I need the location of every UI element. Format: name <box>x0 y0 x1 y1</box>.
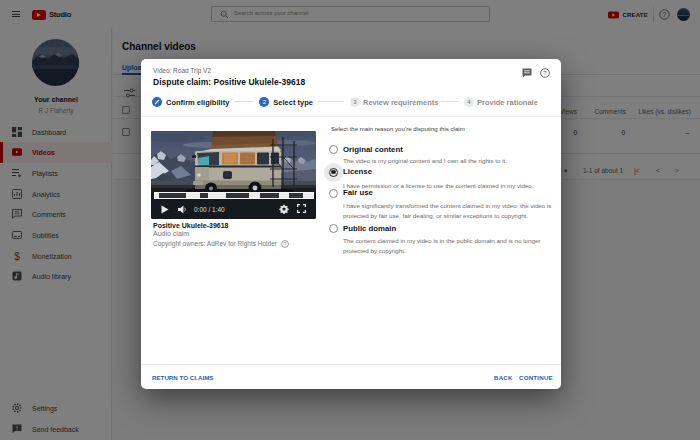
svg-text:?: ? <box>543 70 547 76</box>
svg-text:?: ? <box>283 242 286 247</box>
